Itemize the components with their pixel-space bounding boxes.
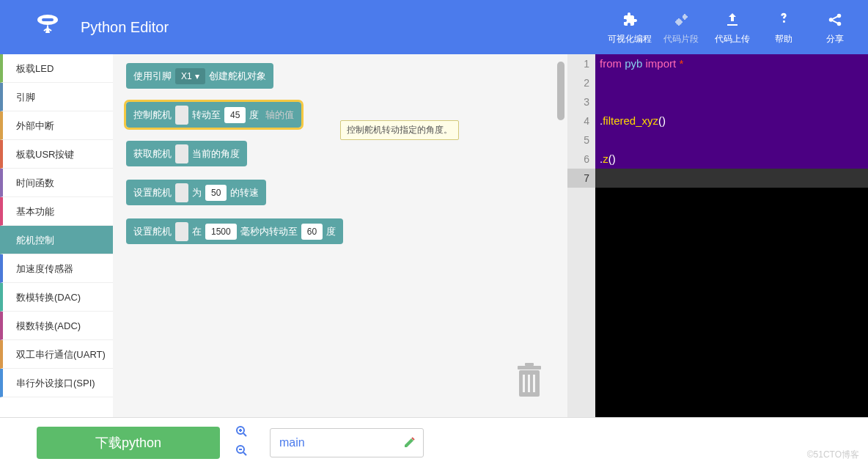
sidebar-item-dac[interactable]: 数模转换(DAC) [0, 283, 113, 312]
svg-rect-11 [528, 375, 530, 392]
question-icon [758, 10, 809, 30]
menu-visual-programming[interactable]: 可视化编程 [604, 4, 655, 51]
workspace-scrollbar[interactable] [557, 54, 564, 417]
code-body[interactable]: from pyb import * .filtered_xyz() .z() [595, 54, 868, 188]
menu-help[interactable]: 帮助 [758, 4, 809, 51]
footer: 下载python ©51CTO博客 [0, 417, 868, 467]
sidebar-item-interrupt[interactable]: 外部中断 [0, 111, 113, 140]
svg-rect-1 [42, 18, 54, 21]
workspace[interactable]: 使用引脚 X1▾ 创建舵机对象 控制舵机 转动至 45 度 轴的值 获取舵机 当… [113, 54, 567, 417]
sidebar-item-pin[interactable]: 引脚 [0, 83, 113, 111]
share-icon [809, 10, 861, 30]
block-control-servo[interactable]: 控制舵机 转动至 45 度 轴的值 [126, 102, 301, 128]
svg-rect-12 [533, 375, 535, 392]
current-line-highlight [595, 169, 868, 188]
sidebar-item-time[interactable]: 时间函数 [0, 169, 113, 197]
main: 板载LED 引脚 外部中断 板载USR按键 时间函数 基本功能 舵机控制 加速度… [0, 54, 868, 417]
deg-input[interactable]: 60 [301, 224, 323, 240]
svg-rect-8 [518, 366, 541, 369]
trash-icon[interactable] [513, 361, 545, 402]
line-gutter: 1 2 3 4 5 6 7 [567, 54, 595, 417]
code-editor[interactable]: 1 2 3 4 5 6 7 from pyb import * .filtere… [567, 54, 868, 417]
servo-socket[interactable] [175, 183, 188, 202]
app-title: Python Editor [81, 19, 169, 36]
zoom-out-icon[interactable] [236, 445, 248, 460]
pin-dropdown[interactable]: X1▾ [175, 68, 205, 84]
upload-icon [707, 10, 758, 30]
tooltip: 控制舵机转动指定的角度。 [340, 120, 459, 140]
sidebar-item-accelerometer[interactable]: 加速度传感器 [0, 254, 113, 283]
sidebar: 板载LED 引脚 外部中断 板载USR按键 时间函数 基本功能 舵机控制 加速度… [0, 54, 113, 417]
watermark: ©51CTO博客 [807, 449, 859, 461]
gears-icon [655, 10, 707, 30]
block-create-servo[interactable]: 使用引脚 X1▾ 创建舵机对象 [126, 63, 273, 89]
filename-wrap [270, 428, 424, 457]
angle-input[interactable]: 45 [224, 107, 246, 123]
sidebar-item-spi[interactable]: 串行外设接口(SPI) [0, 369, 113, 397]
servo-socket[interactable] [175, 106, 188, 125]
svg-point-2 [676, 19, 682, 25]
logo-area: Python Editor [0, 12, 169, 42]
download-button[interactable]: 下载python [37, 427, 220, 459]
zoom-in-icon[interactable] [236, 426, 248, 441]
ms-input[interactable]: 1500 [205, 224, 237, 240]
servo-socket[interactable] [175, 144, 188, 163]
logo-icon [29, 12, 66, 42]
sidebar-item-adc[interactable]: 模数转换(ADC) [0, 312, 113, 340]
sidebar-item-uart[interactable]: 双工串行通信(UART) [0, 340, 113, 369]
menu-code-snippet[interactable]: 代码片段 [655, 4, 707, 51]
svg-rect-10 [523, 375, 525, 392]
block-set-angle-time[interactable]: 设置舵机 在 1500 毫秒内转动至 60 度 [126, 218, 343, 244]
sidebar-item-led[interactable]: 板载LED [0, 54, 113, 83]
sidebar-item-usr-button[interactable]: 板载USR按键 [0, 140, 113, 169]
puzzle-icon [604, 10, 655, 30]
svg-rect-9 [525, 363, 534, 366]
menu-share[interactable]: 分享 [809, 4, 861, 51]
block-get-angle[interactable]: 获取舵机 当前的角度 [126, 141, 247, 166]
sidebar-item-servo[interactable]: 舵机控制 [0, 226, 113, 254]
header-menu: 可视化编程 代码片段 代码上传 帮助 分享 [604, 4, 868, 51]
filename-input[interactable] [270, 428, 424, 457]
sidebar-item-basic[interactable]: 基本功能 [0, 197, 113, 226]
header: Python Editor 可视化编程 代码片段 代码上传 帮助 分享 [0, 0, 868, 54]
block-set-speed[interactable]: 设置舵机 为 50 的转速 [126, 180, 266, 205]
menu-code-upload[interactable]: 代码上传 [707, 4, 758, 51]
speed-input[interactable]: 50 [205, 185, 227, 201]
servo-socket[interactable] [175, 222, 188, 241]
